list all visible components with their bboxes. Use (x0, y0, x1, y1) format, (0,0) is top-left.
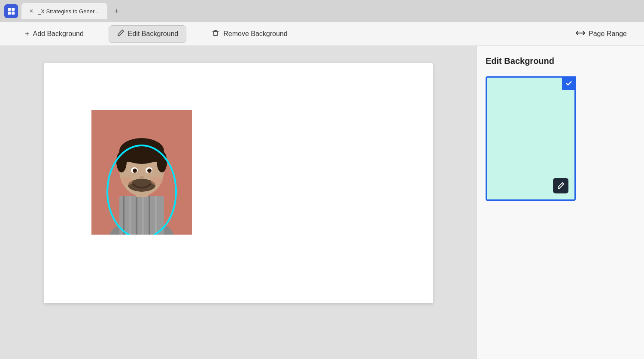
page-range-button[interactable]: Page Range (576, 29, 627, 39)
background-edit-button[interactable] (553, 178, 568, 193)
panel-title: Edit Background (486, 56, 635, 66)
svg-point-23 (134, 169, 136, 171)
tab-close-button[interactable]: ✕ (28, 8, 34, 14)
svg-rect-1 (12, 8, 15, 11)
page-range-label: Page Range (589, 30, 627, 38)
plus-icon: + (25, 30, 30, 39)
svg-rect-6 (119, 196, 164, 235)
tab-title: _X Strategies to Gener... (38, 8, 99, 15)
background-selected-check (562, 76, 576, 90)
remove-background-label: Remove Background (223, 30, 287, 38)
svg-point-28 (151, 177, 163, 185)
svg-rect-0 (8, 8, 11, 11)
add-background-label: Add Background (33, 30, 84, 38)
new-tab-button[interactable]: + (110, 5, 123, 18)
svg-point-24 (149, 169, 151, 171)
svg-rect-2 (8, 12, 11, 15)
edit-pencil-icon (117, 29, 125, 39)
background-option-card[interactable] (486, 76, 576, 201)
page-range-icon (576, 29, 585, 39)
toolbar: + Add Background Edit Background Remove … (0, 22, 644, 46)
canvas-area (0, 46, 477, 359)
svg-point-27 (121, 177, 133, 185)
edit-background-label: Edit Background (128, 30, 178, 38)
svg-rect-3 (12, 12, 15, 15)
add-background-button[interactable]: + Add Background (17, 26, 91, 42)
browser-tab[interactable]: ✕ _X Strategies to Gener... (21, 3, 107, 19)
right-panel: Edit Background (477, 46, 644, 359)
page-canvas (44, 63, 433, 303)
remove-background-button[interactable]: Remove Background (204, 25, 295, 43)
canvas-image[interactable] (91, 110, 192, 235)
edit-background-button[interactable]: Edit Background (109, 25, 186, 43)
trash-icon (211, 29, 220, 39)
app-icon (4, 4, 18, 18)
